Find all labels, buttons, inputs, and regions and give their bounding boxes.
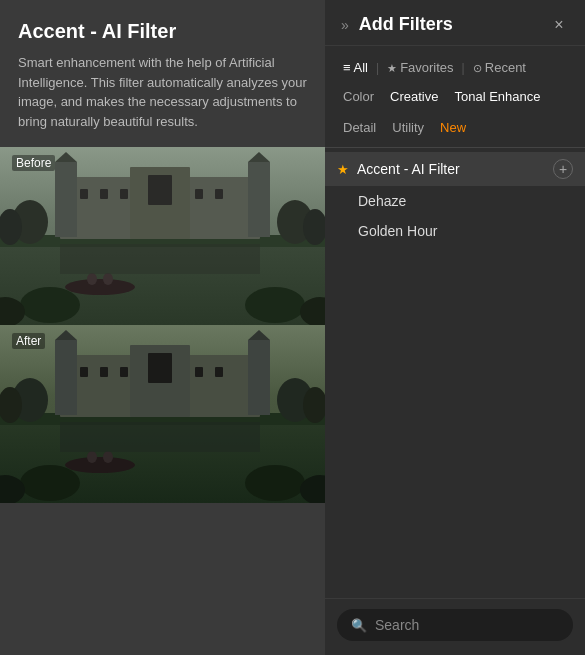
search-icon: 🔍: [351, 618, 367, 633]
svg-rect-9: [80, 189, 88, 199]
svg-rect-6: [248, 162, 270, 237]
tab-tonal-enhance[interactable]: Tonal Enhance: [447, 85, 549, 108]
filter-item-accent-left: ★ Accent - AI Filter: [337, 161, 460, 177]
tab-utility[interactable]: Utility: [384, 116, 432, 139]
svg-rect-44: [215, 367, 223, 377]
star-icon-accent: ★: [337, 162, 349, 177]
svg-rect-17: [148, 175, 172, 205]
panel-title: Add Filters: [359, 14, 453, 35]
svg-rect-10: [100, 189, 108, 199]
svg-rect-43: [195, 367, 203, 377]
before-image: Before: [0, 147, 325, 325]
tab-all[interactable]: All: [335, 56, 376, 79]
filter-item-golden-left: Golden Hour: [337, 223, 437, 239]
svg-point-54: [20, 465, 80, 501]
info-section: Accent - AI Filter Smart enhancement wit…: [0, 0, 325, 147]
collapse-arrows-icon[interactable]: »: [341, 17, 349, 33]
tabs-section: All | Favorites | Recent Color Creative …: [325, 46, 585, 147]
panel-header: » Add Filters ×: [325, 0, 585, 46]
filter-name-golden-hour: Golden Hour: [337, 223, 437, 239]
after-label: After: [12, 333, 45, 349]
filter-description: Smart enhancement with the help of Artif…: [18, 53, 307, 131]
svg-point-23: [87, 273, 97, 285]
filter-item-dehaze[interactable]: Dehaze: [325, 186, 585, 216]
svg-rect-58: [60, 422, 260, 452]
after-image: After: [0, 325, 325, 503]
filter-title: Accent - AI Filter: [18, 20, 307, 43]
tab-favorites[interactable]: Favorites: [379, 56, 462, 79]
svg-point-22: [65, 279, 135, 295]
filter-item-dehaze-left: Dehaze: [337, 193, 406, 209]
svg-point-24: [103, 273, 113, 285]
right-panel: » Add Filters × All | Favorites | Recent…: [325, 0, 585, 655]
search-label: Search: [375, 617, 419, 633]
svg-rect-35: [248, 340, 270, 415]
svg-rect-46: [148, 353, 172, 383]
svg-point-52: [87, 451, 97, 463]
tab-color[interactable]: Color: [335, 85, 382, 108]
svg-rect-15: [215, 189, 223, 199]
tab-detail[interactable]: Detail: [335, 116, 384, 139]
filter-name-dehaze: Dehaze: [337, 193, 406, 209]
add-accent-button[interactable]: +: [553, 159, 573, 179]
left-panel: Accent - AI Filter Smart enhancement wit…: [0, 0, 325, 655]
svg-point-53: [103, 451, 113, 463]
tabs-row3: Detail Utility New: [335, 116, 575, 139]
svg-point-25: [20, 287, 80, 323]
svg-rect-40: [120, 367, 128, 377]
search-bar[interactable]: 🔍 Search: [337, 609, 573, 641]
svg-rect-38: [80, 367, 88, 377]
filter-list: ★ Accent - AI Filter + Dehaze Golden Hou…: [325, 148, 585, 598]
svg-point-51: [65, 457, 135, 473]
svg-rect-14: [195, 189, 203, 199]
svg-rect-11: [120, 189, 128, 199]
tab-recent[interactable]: Recent: [465, 56, 534, 79]
tab-new[interactable]: New: [432, 116, 474, 139]
search-bar-container: 🔍 Search: [325, 598, 585, 655]
svg-rect-29: [60, 244, 260, 274]
svg-point-55: [245, 465, 305, 501]
close-button[interactable]: ×: [549, 15, 569, 35]
tabs-row2: Color Creative Tonal Enhance: [335, 85, 575, 108]
before-label: Before: [12, 155, 55, 171]
svg-rect-39: [100, 367, 108, 377]
filter-item-golden-hour[interactable]: Golden Hour: [325, 216, 585, 246]
tab-creative[interactable]: Creative: [382, 85, 446, 108]
filter-name-accent: Accent - AI Filter: [357, 161, 460, 177]
svg-point-26: [245, 287, 305, 323]
tabs-row1: All | Favorites | Recent: [335, 56, 575, 79]
svg-rect-5: [55, 162, 77, 237]
svg-rect-34: [55, 340, 77, 415]
filter-item-accent[interactable]: ★ Accent - AI Filter +: [325, 152, 585, 186]
